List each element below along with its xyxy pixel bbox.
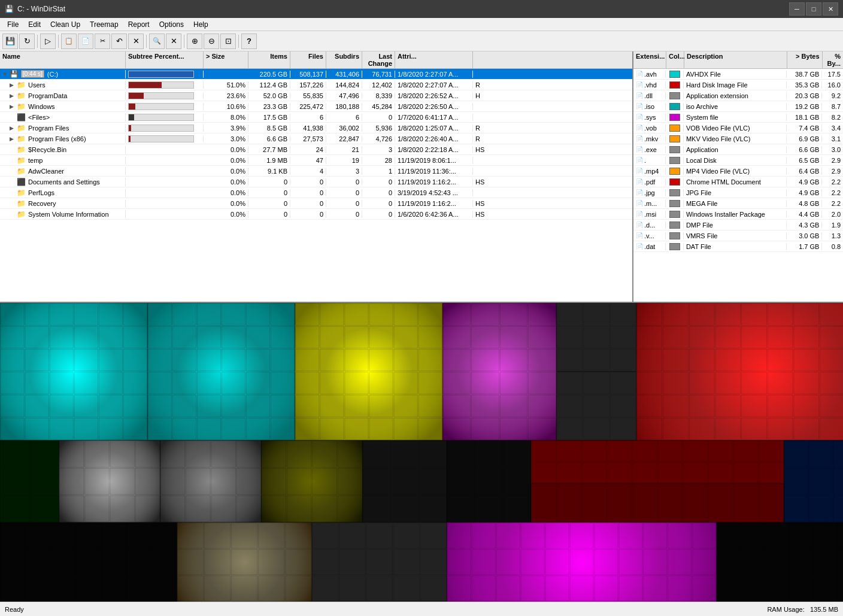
ext-text: .mp4 [644,168,659,175]
ext-color-cell [666,178,684,186]
close-button[interactable]: ✕ [823,2,838,16]
ext-row[interactable]: 📄.mp4MP4 Video File (VLC)6.4 GB2.9 [633,166,843,177]
ext-desc-cell: AVHDX File [684,71,787,78]
treemap[interactable] [0,303,843,602]
file-tree: Name Subtree Percent... > Size Items Fil… [0,51,633,302]
ext-col-ext-header: Extensi... [633,51,666,68]
ext-color-cell [666,200,684,207]
lastchange-cell: 3/19/2019 4:52:43 ... [395,189,473,196]
menu-report[interactable]: Report [123,19,154,30]
folder-icon: 📁 [17,102,26,111]
ext-row[interactable]: 📄.Local Disk6.5 GB2.9 [633,155,843,166]
undo-button[interactable]: ↶ [111,34,127,49]
tree-row[interactable]: 📁AdwCleaner0.0%9.1 KB43111/19/2019 11:36… [0,166,632,177]
subdirs-cell: 0 [362,114,395,121]
tree-cell-name: ▶📁Windows [0,102,126,111]
ext-row[interactable]: 📄.m...MEGA File4.8 GB2.2 [633,198,843,209]
drive-button[interactable]: 💾 [2,34,18,49]
expand-icon[interactable]: ▶ [10,93,16,99]
ext-col-color-header: Col... [666,51,684,68]
help-button[interactable]: ? [241,34,257,49]
paste-button[interactable]: 📄 [78,34,93,49]
expand-icon[interactable]: ▶ [10,136,16,142]
items-cell: 0 [290,178,326,186]
minimize-button[interactable]: ─ [789,2,805,16]
delete2-button[interactable]: ✕ [166,34,181,49]
ext-text: .m... [644,200,657,207]
ext-row[interactable]: 📄.datDAT File1.7 GB0.8 [633,241,843,252]
ext-text: .jpg [644,189,655,196]
copy-button[interactable]: 📋 [61,34,77,49]
maximize-button[interactable]: □ [806,2,821,16]
lastchange-cell: 1/7/2020 6:41:17 A... [395,114,473,121]
tree-row[interactable]: ⬛<Files>8.0%17.5 GB6601/7/2020 6:41:17 A… [0,112,632,123]
menu-treemap[interactable]: Treemap [85,19,123,30]
ext-row[interactable]: 📄.msiWindows Installer Package4.4 GB2.0 [633,209,843,220]
ext-row[interactable]: 📄.sysSystem file18.1 GB8.2 [633,112,843,123]
files-cell: 21 [326,146,362,153]
pct-cell: 0.0% [204,211,248,218]
items-cell: 4 [290,168,326,175]
zoom-fit-button[interactable]: ⊡ [220,34,236,49]
tree-row[interactable]: 📁temp0.0%1.9 MB47192811/19/2019 8:06:1..… [0,155,632,166]
ext-pct-cell: 2.9 [822,168,843,175]
ram-value: 135.5 MB [810,606,838,613]
subdirs-cell: 4,726 [362,135,395,142]
tree-row[interactable]: ▶📁Program Files3.9%8.5 GB41,93836,0025,9… [0,123,632,133]
tree-row[interactable]: ⬛Documents and Settings0.0%000011/19/201… [0,177,632,187]
ext-row[interactable]: 📄.pdfChrome HTML Document4.9 GB2.2 [633,177,843,187]
ext-color-cell [666,232,684,239]
ext-row[interactable]: 📄.exeApplication6.6 GB3.0 [633,144,843,155]
expand-icon[interactable]: ▶ [10,82,16,88]
ext-cell-ext: 📄.iso [633,103,666,110]
pct-cell: 3.9% [204,125,248,132]
menu-edit[interactable]: Edit [23,19,46,30]
ext-row[interactable]: 📄.v...VMRS File3.0 GB1.3 [633,230,843,241]
ext-row[interactable]: 📄.avhAVHDX File38.7 GB17.5 [633,69,843,80]
ext-row[interactable]: 📄.jpgJPG File4.9 GB2.2 [633,187,843,198]
ext-desc-cell: MEGA File [684,200,787,207]
tree-row[interactable]: ▼💾[0:44 s](C:)220.5 GB508,137431,40676,7… [0,69,632,80]
folder-icon: 📁 [17,145,26,154]
tree-row[interactable]: 📁PerfLogs0.0%00003/19/2019 4:52:43 ... [0,187,632,198]
tree-row[interactable]: ▶📁Users51.0%112.4 GB157,226144,82412,402… [0,80,632,90]
tree-row[interactable]: ▶📁Program Files (x86)3.0%6.6 GB27,57322,… [0,133,632,144]
tree-row[interactable]: ▶📁ProgramData23.6%52.0 GB55,83547,4968,3… [0,90,632,101]
expand-button[interactable]: ▷ [40,34,56,49]
tree-row[interactable]: 📁System Volume Information0.0%00001/6/20… [0,209,632,220]
ext-row[interactable]: 📄.isoiso Archive19.2 GB8.7 [633,101,843,112]
files-cell: 19 [326,157,362,164]
props-button[interactable]: 🔍 [149,34,165,49]
lastchange-cell: 1/8/2020 2:27:07 A... [395,71,473,78]
tree-row[interactable]: ▶📁Windows10.6%23.3 GB225,472180,18845,28… [0,101,632,112]
refresh-button[interactable]: ↻ [19,34,35,49]
expand-icon[interactable]: ▼ [2,71,8,77]
ext-row[interactable]: 📄.vobVOB Video File (VLC)7.4 GB3.4 [633,123,843,133]
menu-options[interactable]: Options [154,19,189,30]
cut-button[interactable]: ✂ [95,34,110,49]
tree-row[interactable]: 📁$Recycle.Bin0.0%27.7 MB242131/8/2020 2:… [0,144,632,155]
ext-row[interactable]: 📄.vhdHard Disk Image File35.3 GB16.0 [633,80,843,90]
folder-icon: 📁 [17,199,26,208]
delete-button[interactable]: ✕ [128,34,144,49]
files-cell: 36,002 [326,125,362,132]
menu-cleanup[interactable]: Clean Up [46,19,85,30]
menu-file[interactable]: File [2,19,23,30]
ext-row[interactable]: 📄.d...DMP File4.3 GB1.9 [633,220,843,230]
ext-row[interactable]: 📄.mkvMKV Video File (VLC)6.9 GB3.1 [633,133,843,144]
ext-row[interactable]: 📄.dllApplication extension20.3 GB9.2 [633,90,843,101]
zoom-out-button[interactable]: ⊖ [204,34,219,49]
zoom-in-button[interactable]: ⊕ [187,34,202,49]
expand-icon[interactable]: ▶ [10,125,16,131]
ext-cell-ext: 📄.dat [633,243,666,250]
tree-cell-name: ⬛<Files> [0,113,126,122]
ext-cell-ext: 📄.v... [633,232,666,239]
ext-pct-cell: 16.0 [822,81,843,89]
tree-row[interactable]: 📁Recovery0.0%000011/19/2019 1:16:2...HS [0,198,632,209]
items-cell: 27,573 [290,135,326,142]
ext-bytes-cell: 4.3 GB [787,221,822,229]
app-icon: 💾 [5,5,14,13]
size-cell: 17.5 GB [248,114,290,121]
expand-icon[interactable]: ▶ [10,104,16,110]
menu-help[interactable]: Help [189,19,213,30]
